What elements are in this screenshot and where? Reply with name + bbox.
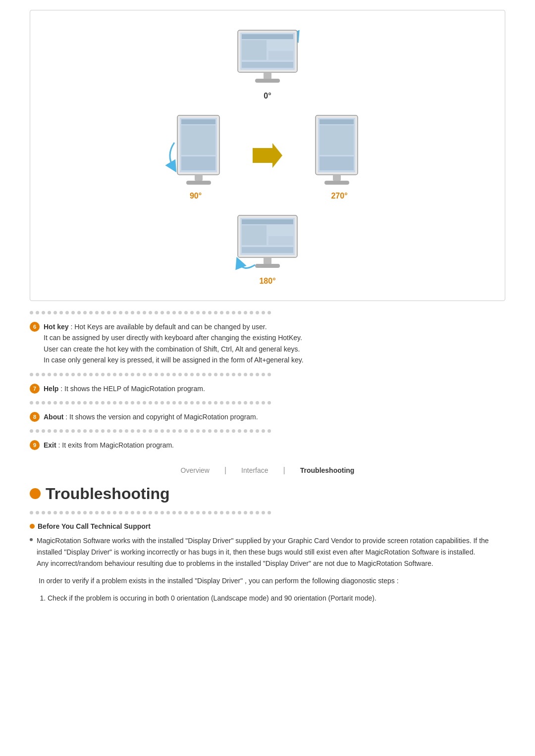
degree-90-label: 90° — [190, 192, 202, 201]
svg-rect-23 — [324, 181, 349, 185]
separator-3 — [30, 401, 505, 404]
monitor-270deg: 270° — [307, 110, 372, 201]
item-exit: 9 Exit : It exits from MagicRotation pro… — [30, 440, 505, 451]
badge-9: 9 — [30, 440, 40, 450]
nav-sep-2: | — [283, 466, 285, 475]
help-content: Help : It shows the HELP of MagicRotatio… — [44, 383, 205, 394]
svg-rect-29 — [268, 236, 293, 245]
svg-rect-19 — [320, 119, 354, 124]
svg-rect-11 — [181, 119, 215, 124]
ordered-item-1: Check if the problem is occuring in both… — [48, 593, 505, 604]
separator-5 — [30, 511, 505, 514]
about-term: About — [44, 413, 63, 421]
nav-troubleshooting[interactable]: Troubleshooting — [300, 466, 355, 474]
svg-rect-20 — [320, 125, 354, 155]
exit-desc: : It exits from MagicRotation program. — [56, 441, 174, 449]
about-content: About : It shows the version and copyrig… — [44, 411, 258, 422]
svg-rect-5 — [268, 51, 293, 60]
troubleshooting-bullet-list: MagicRotation Software works with the in… — [30, 535, 505, 569]
svg-rect-12 — [181, 125, 215, 155]
item-about: 8 About : It shows the version and copyr… — [30, 411, 505, 422]
sub-heading-before-call: Before You Call Technical Support — [30, 522, 505, 530]
degree-270-label: 270° — [331, 192, 347, 201]
sub-heading-text: Before You Call Technical Support — [38, 522, 151, 530]
monitor-90deg: 90° — [163, 110, 228, 201]
hotkey-content: Hot key : Hot Keys are available by defa… — [44, 321, 304, 366]
middle-row: 90° — [40, 110, 495, 201]
separator-1 — [30, 311, 505, 314]
monitor-svg-180deg — [228, 210, 307, 275]
nav-sep-1: | — [224, 466, 226, 475]
separator-4 — [30, 429, 505, 433]
monitor-0deg: 0° — [228, 25, 307, 101]
svg-rect-3 — [242, 40, 267, 60]
section-circle-icon — [30, 488, 41, 499]
monitor-180deg: 180° — [228, 210, 307, 286]
bullet-dot-1 — [30, 538, 33, 541]
svg-rect-13 — [181, 156, 215, 170]
badge-6: 6 — [30, 322, 40, 332]
bullet-1-text: MagicRotation Software works with the in… — [37, 535, 505, 569]
separator-2 — [30, 373, 505, 376]
svg-rect-15 — [186, 181, 211, 185]
hotkey-desc-line2: It can be assigned by user directly with… — [44, 334, 302, 342]
help-desc: : It shows the HELP of MagicRotation pro… — [58, 385, 205, 393]
section-title: Troubleshooting — [46, 485, 170, 503]
svg-rect-32 — [255, 264, 280, 268]
monitor-svg-270deg — [307, 110, 372, 190]
troubleshooting-heading: Troubleshooting — [30, 485, 505, 503]
bullet-1-line2: Any incorrect/random behaviour resulting… — [37, 559, 433, 567]
item-hotkey: 6 Hot key : Hot Keys are available by de… — [30, 321, 505, 366]
bullet-item-1: MagicRotation Software works with the in… — [30, 535, 505, 569]
para-2: In order to verify if a problem exists i… — [30, 575, 505, 587]
badge-7: 7 — [30, 384, 40, 394]
svg-marker-16 — [253, 143, 282, 168]
svg-rect-8 — [255, 79, 280, 83]
svg-rect-27 — [242, 225, 267, 245]
bullet-1-line1: MagicRotation Software works with the in… — [37, 537, 489, 556]
rotation-diagram: 0° — [40, 25, 495, 286]
rotation-diagram-box: 0° — [30, 10, 505, 301]
svg-rect-21 — [320, 156, 354, 170]
about-desc: : It shows the version and copyright of … — [63, 413, 258, 421]
nav-bar: Overview | Interface | Troubleshooting — [30, 466, 505, 475]
svg-rect-7 — [264, 72, 271, 79]
svg-rect-6 — [242, 62, 293, 68]
svg-rect-26 — [242, 219, 293, 224]
hotkey-desc-line3: User can create the hot key with the com… — [44, 345, 300, 353]
ordered-list: Check if the problem is occuring in both… — [30, 593, 505, 604]
monitor-svg-0deg — [228, 25, 307, 90]
exit-term: Exit — [44, 441, 56, 449]
degree-180-label: 180° — [259, 277, 275, 286]
rotation-arrow — [253, 143, 282, 168]
svg-rect-14 — [195, 175, 203, 181]
svg-rect-31 — [264, 257, 271, 264]
degree-0-label: 0° — [264, 92, 271, 101]
hotkey-term: Hot key — [44, 323, 69, 331]
nav-interface[interactable]: Interface — [241, 466, 268, 474]
item-help: 7 Help : It shows the HELP of MagicRotat… — [30, 383, 505, 394]
hotkey-desc-line4: In case only general key is pressed, it … — [44, 356, 304, 364]
svg-rect-4 — [268, 40, 293, 49]
help-term: Help — [44, 385, 58, 393]
badge-8: 8 — [30, 412, 40, 422]
svg-rect-30 — [242, 247, 293, 253]
svg-rect-28 — [268, 225, 293, 234]
exit-content: Exit : It exits from MagicRotation progr… — [44, 440, 174, 451]
monitor-svg-90deg — [163, 110, 228, 190]
orange-bullet — [30, 524, 35, 529]
svg-rect-22 — [333, 175, 341, 181]
hotkey-desc-line1: : Hot Keys are available by default and … — [69, 323, 267, 331]
nav-overview[interactable]: Overview — [181, 466, 210, 474]
svg-rect-2 — [242, 34, 293, 39]
